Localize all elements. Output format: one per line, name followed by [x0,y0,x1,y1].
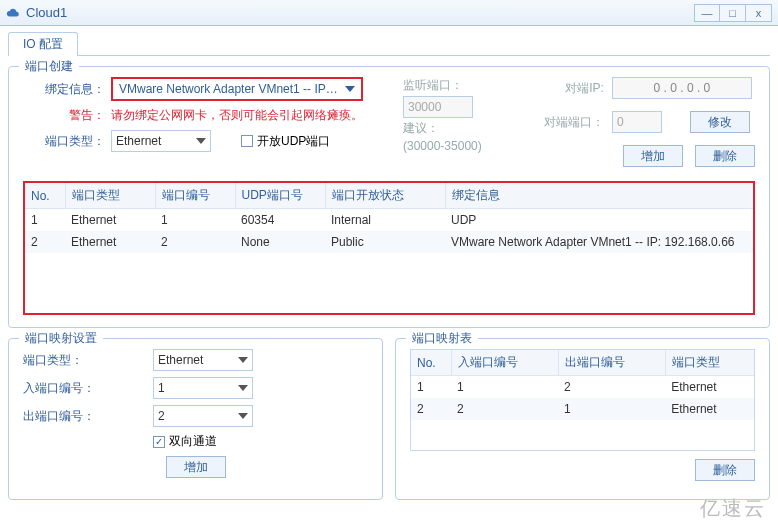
col-num[interactable]: 端口编号 [155,183,235,209]
ms-add-button[interactable]: 增加 [166,456,226,478]
warning-text: 请勿绑定公网网卡，否则可能会引起网络瘫痪。 [111,107,363,124]
map-table-fieldset: 端口映射表 No. 入端口编号 出端口编号 端口类型 112Ethernet22… [395,338,770,500]
port-type-select[interactable]: Ethernet [111,130,211,152]
table-row[interactable]: 221Ethernet [411,398,754,420]
port-create-fieldset: 端口创建 绑定信息： VMware Network Adapter VMnet1… [8,66,770,328]
cloud-icon [6,6,20,20]
bind-info-label: 绑定信息： [23,81,105,98]
peer-port-label: 对端端口： [544,114,604,131]
mcol-type[interactable]: 端口类型 [665,350,754,376]
ms-out-label: 出端口编号： [23,408,113,425]
peer-port-input[interactable] [612,111,662,133]
ms-in-select[interactable]: 1 [153,377,253,399]
tab-io-config[interactable]: IO 配置 [8,32,78,56]
add-button[interactable]: 增加 [623,145,683,167]
titlebar: Cloud1 — □ x [0,0,778,26]
minimize-button[interactable]: — [694,4,720,22]
delete-button[interactable]: 删除 [695,145,755,167]
chevron-down-icon [196,138,206,144]
chevron-down-icon [345,86,355,92]
mcol-in[interactable]: 入端口编号 [451,350,558,376]
open-udp-checkbox[interactable]: 开放UDP端口 [241,133,330,150]
port-create-legend: 端口创建 [19,58,79,75]
ms-in-label: 入端口编号： [23,380,113,397]
map-table-legend: 端口映射表 [406,330,478,347]
suggest-range: (30000-35000) [403,139,482,153]
port-type-label: 端口类型： [23,133,105,150]
ms-port-type-label: 端口类型： [23,352,113,369]
chevron-down-icon [238,385,248,391]
col-state[interactable]: 端口开放状态 [325,183,445,209]
ms-out-select[interactable]: 2 [153,405,253,427]
mt-delete-button[interactable]: 删除 [695,459,755,481]
bind-info-value: VMware Network Adapter VMnet1 -- IP: 192… [119,82,341,96]
watermark: 亿速云 [700,495,766,522]
window-title: Cloud1 [26,5,694,20]
peer-ip-input[interactable]: 0 . 0 . 0 . 0 [612,77,752,99]
map-setting-legend: 端口映射设置 [19,330,103,347]
suggest-label: 建议： [403,120,439,137]
chevron-down-icon [238,413,248,419]
table-row[interactable]: 1Ethernet160354InternalUDP [25,209,753,232]
close-button[interactable]: x [746,4,772,22]
listen-port-label: 监听端口： [403,77,463,94]
port-table: No. 端口类型 端口编号 UDP端口号 端口开放状态 绑定信息 1Ethern… [25,183,753,253]
col-bind[interactable]: 绑定信息 [445,183,753,209]
table-row[interactable]: 112Ethernet [411,376,754,399]
ms-port-type-select[interactable]: Ethernet [153,349,253,371]
modify-button[interactable]: 修改 [690,111,750,133]
bind-info-dropdown[interactable]: VMware Network Adapter VMnet1 -- IP: 192… [111,77,363,101]
tabbar: IO 配置 [8,32,770,56]
mcol-out[interactable]: 出端口编号 [558,350,665,376]
warning-label: 警告： [23,107,105,124]
col-no[interactable]: No. [25,183,65,209]
map-setting-fieldset: 端口映射设置 端口类型： Ethernet 入端口编号： 1 出端口编号： 2 … [8,338,383,500]
maximize-button[interactable]: □ [720,4,746,22]
port-table-highlight: No. 端口类型 端口编号 UDP端口号 端口开放状态 绑定信息 1Ethern… [23,181,755,315]
mcol-no[interactable]: No. [411,350,451,376]
table-row[interactable]: 2Ethernet2NonePublicVMware Network Adapt… [25,231,753,253]
chevron-down-icon [238,357,248,363]
col-type[interactable]: 端口类型 [65,183,155,209]
map-table: No. 入端口编号 出端口编号 端口类型 112Ethernet221Ether… [411,350,754,420]
listen-port-input[interactable] [403,96,473,118]
bidi-checkbox[interactable]: 双向通道 [153,433,217,450]
col-udp[interactable]: UDP端口号 [235,183,325,209]
peer-ip-label: 对端IP: [544,80,604,97]
